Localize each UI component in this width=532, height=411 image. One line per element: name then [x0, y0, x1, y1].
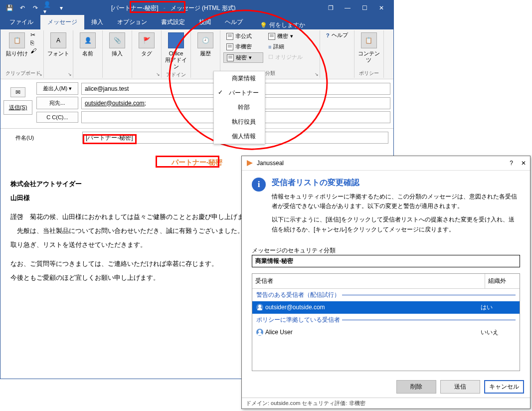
- dropdown-item[interactable]: 幹部: [214, 100, 265, 115]
- dialog-launcher-icon[interactable]: ↘: [68, 72, 72, 77]
- classification-dropdown: 商業情報パートナー幹部執行役員個人情報: [213, 71, 265, 144]
- dialog-close-icon[interactable]: ✕: [521, 160, 526, 167]
- names-button[interactable]: 👤名前: [76, 30, 99, 57]
- col-header-recipient[interactable]: 受信者: [252, 274, 485, 288]
- cc-field-button[interactable]: C C(C)...: [36, 112, 78, 123]
- undo-icon[interactable]: ↶: [17, 3, 27, 13]
- send-icon: ✉: [10, 87, 25, 97]
- save-icon[interactable]: 💾: [4, 3, 14, 13]
- dialog-titlebar: Janusseal ? ✕: [242, 156, 530, 171]
- contents-button[interactable]: 📋コンテンツ: [357, 30, 380, 63]
- send-button[interactable]: 送信(S): [3, 100, 32, 115]
- dialog-heading: 受信者リストの変更確認: [272, 178, 520, 188]
- window-restore-icon[interactable]: ❐: [327, 4, 335, 11]
- dialog-status-bar: ドメイン: outside.com セキュリティ評価: 非機密: [242, 398, 530, 409]
- recipient-row[interactable]: Alice Userいいえ: [252, 326, 520, 339]
- cancel-button[interactable]: キャンセル: [484, 380, 524, 394]
- dialog-launcher-icon[interactable]: ↘: [38, 72, 42, 77]
- dialog-help-icon[interactable]: ?: [510, 160, 513, 167]
- tab-insert[interactable]: 挿入: [84, 15, 110, 29]
- window-close-icon[interactable]: ✕: [377, 4, 385, 11]
- col-header-external[interactable]: 組織外: [485, 274, 520, 288]
- recipient-row[interactable]: outsider@outside.comはい: [252, 301, 520, 314]
- titlebar: 💾 ↶ ↷ 👤▾ ▾ [パートナー-秘密] - メッセージ (HTML 形式) …: [0, 0, 393, 15]
- dropdown-item[interactable]: 執行役員: [214, 115, 265, 129]
- qat-more-icon[interactable]: ▾: [56, 3, 66, 13]
- clipboard-icon: 📋: [9, 32, 25, 48]
- person-icon: [256, 304, 263, 311]
- security-classification-value: 商業情報-秘密: [252, 255, 520, 267]
- dialog-desc2: 以下に示すように、[送信]をクリックして受信者リストへの提案された変更を受け入れ…: [272, 215, 520, 234]
- delete-button[interactable]: 削除: [396, 380, 436, 394]
- info-icon: i: [252, 178, 266, 192]
- send-dialog-button[interactable]: 送信: [440, 380, 480, 394]
- dropdown-item[interactable]: 商業情報: [214, 71, 265, 86]
- dialog-desc1: 情報セキュリティポリシーに準拠するために、この分類のメッセージは、意図された各受…: [272, 192, 520, 211]
- flag-icon: 🚩: [139, 32, 155, 48]
- dialog-title-text: Janusseal: [257, 160, 284, 167]
- highlight-title-classification: [130, 1, 185, 13]
- tab-format[interactable]: 書式設定: [154, 15, 192, 29]
- recipient-group-header: ポリシーに準拠している受信者: [252, 314, 520, 326]
- help-button[interactable]: ?ヘルプ: [323, 30, 351, 40]
- insert-button[interactable]: 📎挿入: [106, 30, 129, 57]
- security-classification-label: メッセージのセキュリティ分類: [252, 246, 520, 255]
- recipient-group-header: 警告のある受信者（配信試行）: [252, 289, 520, 301]
- redo-icon[interactable]: ↷: [30, 3, 40, 13]
- user-icon[interactable]: 👤▾: [43, 3, 53, 13]
- help-icon: ?: [326, 32, 330, 38]
- font-button[interactable]: Aフォント: [47, 30, 70, 57]
- recipient-list: 受信者 組織外 警告のある受信者（配信試行）outsider@outside.c…: [252, 273, 520, 371]
- window-maximize-icon[interactable]: ☐: [360, 4, 368, 11]
- janusseal-logo-icon: [246, 159, 254, 167]
- highlight-body-classification: [156, 156, 219, 168]
- from-field-button[interactable]: 差出人(M) ▾: [36, 82, 78, 95]
- person-icon: [256, 329, 263, 336]
- subject-label: 件名(U): [5, 134, 47, 142]
- to-field-button[interactable]: 宛先...: [36, 97, 78, 109]
- tags-button[interactable]: 🚩タグ: [135, 30, 158, 57]
- highlight-subject-classification: [83, 134, 137, 144]
- attachment-icon: 📎: [109, 32, 125, 48]
- tab-file[interactable]: ファイル: [2, 15, 40, 29]
- janusseal-dialog: Janusseal ? ✕ i 受信者リストの変更確認 情報セキュリティポリシー…: [241, 156, 531, 409]
- window-minimize-icon[interactable]: —: [344, 4, 352, 11]
- format-painter-icon[interactable]: 🖌: [30, 47, 36, 54]
- cut-icon[interactable]: ✂: [30, 31, 36, 38]
- paste-button[interactable]: 📋 貼り付け: [5, 30, 28, 57]
- dropdown-item[interactable]: パートナー: [214, 86, 265, 100]
- dialog-launcher-icon[interactable]: ↘: [156, 72, 160, 77]
- dropdown-item[interactable]: 個人情報: [214, 129, 265, 144]
- tab-message[interactable]: メッセージ: [40, 15, 84, 29]
- tab-options[interactable]: オプション: [110, 15, 154, 29]
- copy-icon[interactable]: ⎘: [30, 39, 36, 46]
- group-label-clipboard: クリップボード: [5, 69, 40, 78]
